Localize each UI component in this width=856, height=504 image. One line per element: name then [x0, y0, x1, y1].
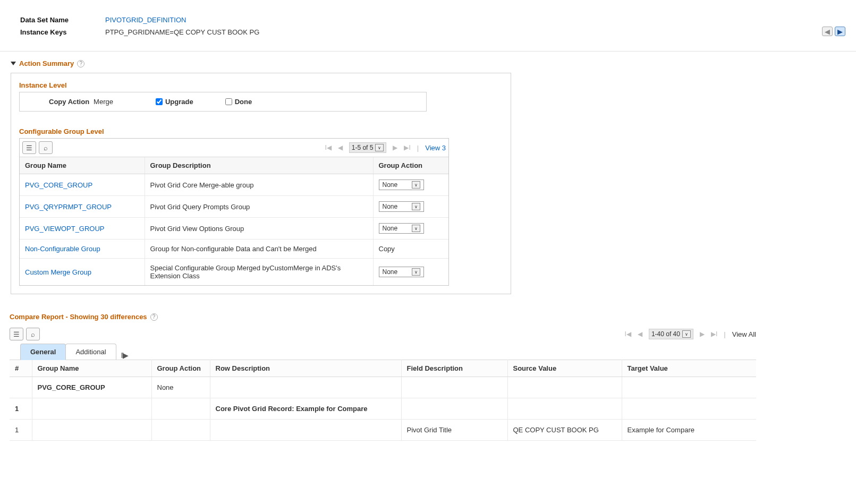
group-table: Group Name Group Description Group Actio…: [20, 157, 448, 285]
next-record-button[interactable]: ▶: [835, 27, 845, 36]
upgrade-checkbox[interactable]: [156, 98, 163, 105]
dropdown-icon[interactable]: ∨: [682, 330, 691, 338]
row-desc-cell: [210, 377, 401, 398]
group-action-select[interactable]: None∨: [379, 223, 424, 234]
grid-toolbar: ☰ ⌕ I◀ ◀ 1-5 of 5 ∨ ▶ ▶I | View 3: [20, 139, 448, 157]
target-val-cell: [622, 377, 756, 398]
compare-section: Compare Report - Showing 30 differences …: [0, 313, 856, 441]
target-val-cell: Example for Compare: [622, 420, 756, 441]
separator: |: [417, 144, 419, 152]
col-group-action[interactable]: Group Action: [373, 157, 448, 174]
last-page-icon[interactable]: ▶I: [404, 144, 410, 151]
upgrade-checkbox-wrap[interactable]: Upgrade: [156, 98, 193, 106]
field-desc-cell: [401, 398, 507, 420]
group-description-cell: Pivot Grid Core Merge-able group: [145, 174, 373, 196]
group-action-select[interactable]: None∨: [379, 180, 424, 190]
configurable-group-title: Configurable Group Level: [19, 127, 503, 135]
source-val-cell: [507, 377, 622, 398]
pager-select[interactable]: 1-40 of 40 ∨: [649, 329, 693, 339]
done-checkbox-wrap[interactable]: Done: [225, 98, 252, 106]
group-action-select[interactable]: None∨: [379, 267, 424, 277]
group-action-cell: None: [151, 377, 210, 398]
col-group-name[interactable]: Group Name: [20, 157, 145, 174]
header-area: Data Set Name PIVOTGRID_DEFINITION Insta…: [0, 11, 856, 48]
source-val-cell: [507, 398, 622, 420]
tabs-row: General Additional II▶: [10, 343, 756, 360]
done-checkbox[interactable]: [225, 98, 232, 105]
tab-general[interactable]: General: [20, 344, 66, 360]
group-name-link[interactable]: PVG_QRYPRMPT_GROUP: [25, 203, 112, 211]
prev-record-button[interactable]: ◀: [822, 27, 833, 36]
view-link[interactable]: View 3: [425, 144, 446, 152]
col-group-name[interactable]: Group Name: [32, 360, 151, 377]
group-name-link[interactable]: PVG_CORE_GROUP: [25, 181, 92, 189]
grid-action-icon[interactable]: ☰: [10, 328, 23, 340]
first-page-icon[interactable]: I◀: [325, 144, 331, 151]
separator: |: [724, 330, 725, 338]
compare-toolbar: ☰ ⌕ I◀ ◀ 1-40 of 40 ∨ ▶ ▶I | View All: [10, 325, 756, 343]
col-group-description[interactable]: Group Description: [145, 157, 373, 174]
group-name-link[interactable]: Custom Merge Group: [25, 268, 91, 276]
col-field-description[interactable]: Field Description: [401, 360, 507, 377]
copy-action-value: Merge: [94, 98, 113, 106]
group-description-cell: Pivot Grid Query Prompts Group: [145, 196, 373, 218]
col-num[interactable]: #: [10, 360, 32, 377]
help-icon[interactable]: ?: [77, 60, 84, 67]
table-row: Non-Configurable Group Group for Non-con…: [20, 240, 448, 259]
group-action-select[interactable]: None∨: [379, 201, 424, 212]
table-row: Custom Merge Group Special Configurable …: [20, 259, 448, 286]
action-summary-title: Action Summary: [19, 59, 74, 67]
table-row: PVG_CORE_GROUP None: [10, 377, 756, 398]
row-desc-cell: [210, 420, 401, 441]
next-page-icon[interactable]: ▶: [700, 330, 705, 338]
divider: [0, 51, 856, 52]
upgrade-label: Upgrade: [165, 98, 193, 106]
dropdown-icon[interactable]: ∨: [412, 181, 420, 189]
action-summary-header[interactable]: Action Summary ?: [11, 59, 856, 67]
search-icon[interactable]: ⌕: [39, 141, 53, 154]
group-action-cell: [151, 398, 210, 420]
action-summary-box: Instance Level Copy Action Merge Upgrade…: [11, 73, 511, 294]
col-row-description[interactable]: Row Description: [210, 360, 401, 377]
group-description-cell: Group for Non-configurable Data and Can'…: [145, 240, 373, 259]
search-icon[interactable]: ⌕: [26, 328, 40, 340]
dropdown-icon[interactable]: ∨: [412, 225, 420, 232]
group-name-link[interactable]: Non-Configurable Group: [25, 245, 100, 253]
compare-title: Compare Report - Showing 30 differences: [10, 313, 147, 321]
compare-header: Compare Report - Showing 30 differences …: [10, 313, 856, 321]
num-cell: [10, 377, 32, 398]
dropdown-icon[interactable]: ∨: [412, 203, 420, 210]
group-name-cell: PVG_CORE_GROUP: [32, 377, 151, 398]
field-desc-cell: [401, 377, 507, 398]
field-desc-cell: Pivot Grid Title: [401, 420, 507, 441]
group-name-link[interactable]: PVG_VIEWOPT_GROUP: [25, 225, 105, 233]
configurable-group-grid: ☰ ⌕ I◀ ◀ 1-5 of 5 ∨ ▶ ▶I | View 3: [19, 138, 449, 286]
group-description-cell: Pivot Grid View Options Group: [145, 218, 373, 240]
instance-level-title: Instance Level: [19, 81, 503, 89]
group-description-cell: Special Configurable Group Merged byCust…: [145, 259, 373, 286]
group-name-cell: [32, 398, 151, 420]
last-page-icon[interactable]: ▶I: [711, 330, 717, 338]
copy-action-label: Copy Action: [49, 98, 89, 106]
prev-page-icon[interactable]: ◀: [638, 330, 642, 338]
dataset-name-label: Data Set Name: [20, 16, 105, 24]
first-page-icon[interactable]: I◀: [625, 330, 631, 338]
col-group-action[interactable]: Group Action: [151, 360, 210, 377]
dataset-name-link[interactable]: PIVOTGRID_DEFINITION: [105, 16, 186, 24]
col-target-value[interactable]: Target Value: [622, 360, 756, 377]
next-page-icon[interactable]: ▶: [393, 144, 397, 151]
pager-select[interactable]: 1-5 of 5 ∨: [349, 142, 387, 153]
table-row: 1 Pivot Grid Title QE COPY CUST BOOK PG …: [10, 420, 756, 441]
col-source-value[interactable]: Source Value: [507, 360, 622, 377]
dropdown-icon[interactable]: ∨: [412, 268, 420, 276]
done-label: Done: [235, 98, 252, 106]
source-val-cell: QE COPY CUST BOOK PG: [507, 420, 622, 441]
tab-expand-icon[interactable]: II▶: [121, 351, 128, 360]
tab-additional[interactable]: Additional: [65, 344, 116, 360]
view-all-link[interactable]: View All: [732, 330, 756, 338]
help-icon[interactable]: ?: [150, 313, 158, 321]
prev-page-icon[interactable]: ◀: [338, 144, 343, 151]
grid-action-icon[interactable]: ☰: [22, 141, 36, 154]
dropdown-icon[interactable]: ∨: [375, 144, 384, 151]
num-cell: 1: [10, 420, 32, 441]
